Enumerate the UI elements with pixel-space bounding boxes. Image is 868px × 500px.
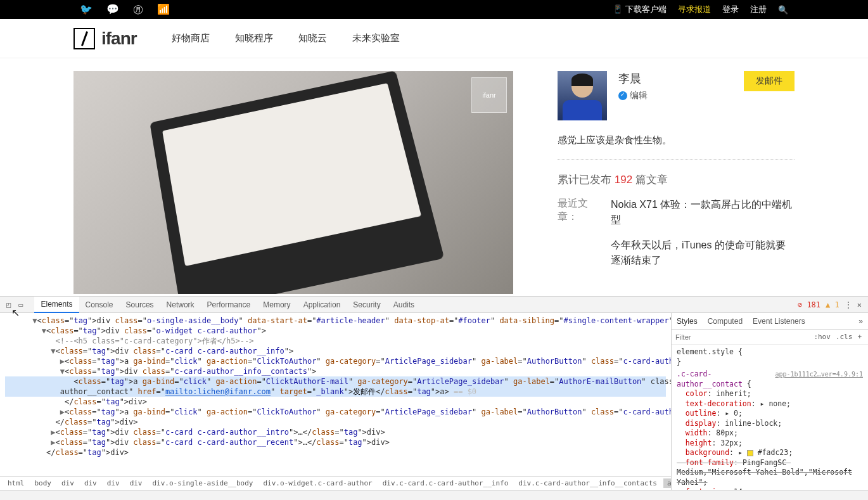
nav-item[interactable]: 知晓程序 <box>235 32 273 44</box>
divider <box>558 159 795 160</box>
wechat-icon[interactable]: 💬 <box>106 3 119 16</box>
top-bar: 🐦 💬 ㊊ 📶 📱 下载客户端 寻求报道 登录 注册 🔍 <box>0 0 868 19</box>
top-right-links: 📱 下载客户端 寻求报道 登录 注册 🔍 <box>613 4 788 15</box>
twitter-icon[interactable]: 🐦 <box>80 3 93 16</box>
author-sidebar: 李晨 编辑 发邮件 感觉上应该是杂食性生物。 累计已发布 192 篇文章 最近文… <box>558 71 795 294</box>
nav-item[interactable]: 好物商店 <box>172 32 210 44</box>
verified-icon <box>618 91 627 100</box>
author-bio: 感觉上应该是杂食性生物。 <box>558 134 795 146</box>
nav-links: 好物商店 知晓程序 知晓云 未来实验室 <box>172 32 400 44</box>
register-link[interactable]: 注册 <box>750 4 767 15</box>
article-stats: 累计已发布 192 篇文章 <box>558 172 795 187</box>
social-icons: 🐦 💬 ㊊ 📶 <box>80 3 170 16</box>
author-name: 李晨 <box>618 71 732 86</box>
search-icon[interactable]: 🔍 <box>778 5 788 15</box>
recent-item[interactable]: 今年秋天以后，iTunes 的使命可能就要逐渐结束了 <box>558 238 795 268</box>
download-link[interactable]: 📱 下载客户端 <box>613 4 667 15</box>
device-mockup <box>150 71 444 294</box>
weibo-icon[interactable]: ㊊ <box>133 3 143 16</box>
author-meta: 李晨 编辑 <box>618 71 732 101</box>
image-badge: ifanr <box>471 77 507 113</box>
logo-mark <box>73 28 95 49</box>
main-nav: ifanr 好物商店 知晓程序 知晓云 未来实验室 <box>0 19 868 58</box>
nav-item[interactable]: 未来实验室 <box>352 32 400 44</box>
hero-image: ifanr <box>73 71 513 294</box>
avatar[interactable] <box>558 71 607 120</box>
login-link[interactable]: 登录 <box>722 4 739 15</box>
mail-button[interactable]: 发邮件 <box>744 71 795 91</box>
logo[interactable]: ifanr <box>73 28 137 49</box>
rss-icon[interactable]: 📶 <box>157 3 170 16</box>
author-card: 李晨 编辑 发邮件 <box>558 71 795 120</box>
seek-report-link[interactable]: 寻求报道 <box>678 4 711 15</box>
nav-item[interactable]: 知晓云 <box>298 32 327 44</box>
recent-list: 最近文章： Nokia X71 体验：一款高屏占比的中端机型 今年秋天以后，iT… <box>558 197 795 268</box>
logo-text: ifanr <box>101 29 137 49</box>
recent-item[interactable]: 最近文章： Nokia X71 体验：一款高屏占比的中端机型 <box>558 197 795 228</box>
content: ifanr 李晨 编辑 发邮件 感觉上应该是杂食性生物。 累计已发布 192 篇… <box>0 58 868 294</box>
author-role: 编辑 <box>618 90 732 101</box>
